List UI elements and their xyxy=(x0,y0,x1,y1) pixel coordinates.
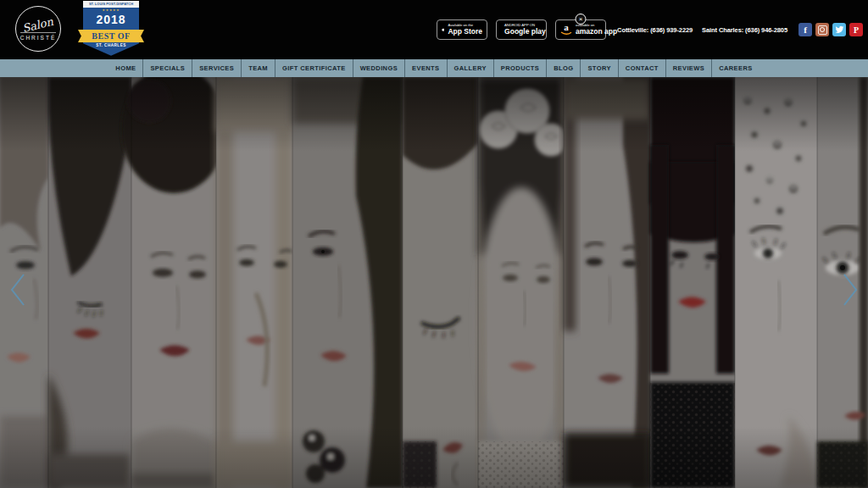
award-publisher: ST. LOUIS POST-DISPATCH xyxy=(83,1,139,8)
google-play-badge[interactable]: ANDROID APP ON Google play xyxy=(496,19,547,40)
carousel-next-button[interactable] xyxy=(838,270,862,309)
badge-line2: amazon app xyxy=(576,28,617,36)
instagram-icon[interactable] xyxy=(815,23,829,36)
bird-icon xyxy=(835,25,844,34)
twitter-icon[interactable] xyxy=(832,23,846,36)
phone-saint-charles: Saint Charles: (636) 946-2805 xyxy=(702,26,787,34)
apple-icon xyxy=(442,24,444,36)
app-store-badge[interactable]: Available on the App Store xyxy=(437,19,487,40)
nav-item-events[interactable]: EVENTS xyxy=(405,59,447,77)
main-navigation: HOME SPECIALS SERVICES TEAM GIFT CERTIFI… xyxy=(0,59,868,77)
app-badges: Available on the App Store ANDROID APP O… xyxy=(437,19,606,40)
pinterest-icon[interactable]: P xyxy=(849,23,863,36)
nav-item-blog[interactable]: BLOG xyxy=(547,59,581,77)
amazon-app-badge[interactable]: × a available on amazon app xyxy=(555,19,606,40)
nav-item-story[interactable]: STORY xyxy=(581,59,618,77)
hero-image xyxy=(0,77,868,488)
chevron-right-icon xyxy=(838,270,862,309)
nav-item-products[interactable]: PRODUCTS xyxy=(494,59,547,77)
hero-carousel xyxy=(0,77,868,488)
phone-numbers: Cottleville: (636) 939-2229 Saint Charle… xyxy=(617,26,787,34)
badge-line2: Google play xyxy=(504,28,546,36)
header-right-cluster: Available on the App Store ANDROID APP O… xyxy=(437,0,863,59)
award-year: 2018 xyxy=(96,13,125,27)
award-shield: ST. LOUIS POST-DISPATCH ★★★★★ 2018 ST. C… xyxy=(83,1,139,57)
nav-item-contact[interactable]: CONTACT xyxy=(619,59,666,77)
chevron-left-icon xyxy=(6,270,30,309)
carousel-prev-button[interactable] xyxy=(6,270,30,309)
award-ribbon: BEST OF xyxy=(78,30,144,42)
best-of-award-badge: ST. LOUIS POST-DISPATCH ★★★★★ 2018 ST. C… xyxy=(83,1,139,57)
top-header: Salon CHRISTÉ ST. LOUIS POST-DISPATCH ★★… xyxy=(0,0,868,59)
nav-item-gift-certificate[interactable]: GIFT CERTIFICATE xyxy=(275,59,353,77)
nav-item-home[interactable]: HOME xyxy=(108,59,143,77)
nav-item-reviews[interactable]: REVIEWS xyxy=(666,59,712,77)
award-region: ST. CHARLES xyxy=(83,43,139,47)
nav-item-careers[interactable]: CAREERS xyxy=(712,59,759,77)
facebook-icon[interactable]: f xyxy=(798,23,812,36)
nav-item-team[interactable]: TEAM xyxy=(242,59,275,77)
salon-christe-logo[interactable]: Salon CHRISTÉ xyxy=(15,6,61,52)
social-links: f P xyxy=(798,23,863,36)
nav-item-specials[interactable]: SPECIALS xyxy=(143,59,192,77)
nav-item-gallery[interactable]: GALLERY xyxy=(448,59,494,77)
amazon-smile-icon: a xyxy=(560,24,572,36)
phone-cottleville: Cottleville: (636) 939-2229 xyxy=(617,26,693,34)
nav-item-services[interactable]: SERVICES xyxy=(192,59,242,77)
nav-item-weddings[interactable]: WEDDINGS xyxy=(353,59,405,77)
badge-line2: App Store xyxy=(448,28,482,36)
close-icon[interactable]: × xyxy=(576,14,587,25)
